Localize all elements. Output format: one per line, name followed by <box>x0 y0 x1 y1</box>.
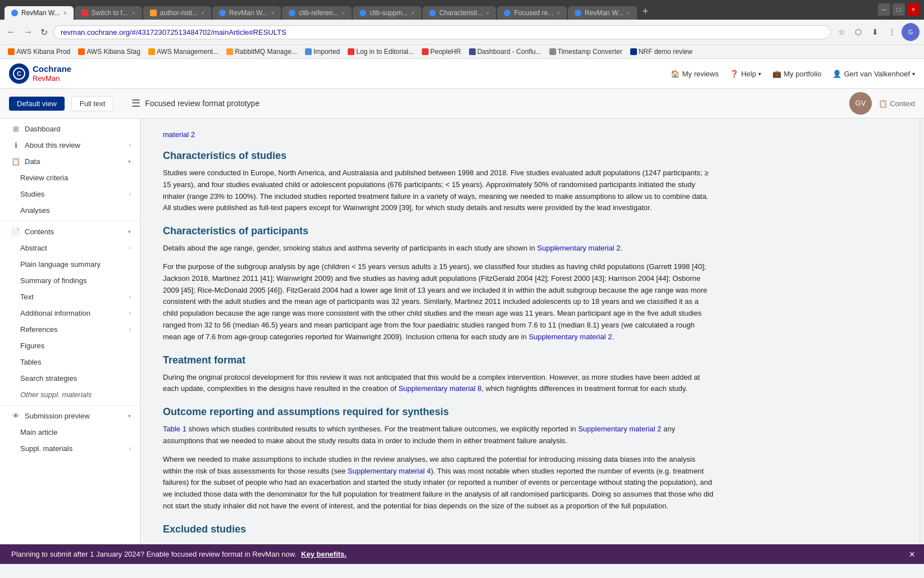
suppl-material-2-link-3[interactable]: Supplementary material 2 <box>578 425 661 433</box>
suppl-material-2-link-1[interactable]: Supplementary material 2 <box>537 244 620 252</box>
tab-close-3[interactable]: × <box>271 10 274 16</box>
sidebar-item-text[interactable]: Text ‹ <box>0 289 140 305</box>
reload-button[interactable]: ↻ <box>38 26 50 39</box>
settings-icon[interactable]: ⋮ <box>885 25 899 39</box>
sidebar-item-analyses[interactable]: Analyses <box>0 202 140 219</box>
bookmark-peoplehr[interactable]: PeopleHR <box>418 47 465 57</box>
browser-tab-5[interactable]: clib-suppm... × <box>353 6 421 20</box>
sidebar-item-abstract[interactable]: Abstract ‹ <box>0 240 140 256</box>
tab-close-0[interactable]: × <box>63 10 67 16</box>
browser-tab-1[interactable]: Switch to f... × <box>75 6 142 20</box>
bookmark-star-icon[interactable]: ☆ <box>834 25 849 39</box>
browser-tab-8[interactable]: RevMan W... × <box>568 6 637 20</box>
tab-close-4[interactable]: × <box>342 10 345 16</box>
browser-tab-6[interactable]: Characteristi... × <box>422 6 496 20</box>
browser-tab-0[interactable]: RevMan W... × <box>4 6 74 20</box>
chevron-submission-icon: ▾ <box>128 413 131 419</box>
sidebar-item-contents[interactable]: 📄 Contents ▾ <box>0 224 140 240</box>
suppl-material-2-link-2[interactable]: Supplementary material 2 <box>529 333 612 341</box>
browser-tab-7[interactable]: Focused re... × <box>497 6 567 20</box>
right-panel-handle <box>920 119 924 544</box>
content-area[interactable]: material 2 Characteristics of studies St… <box>140 119 920 544</box>
context-button[interactable]: 📋 Context <box>879 99 915 108</box>
heading-treatment-format: Treatment format <box>163 354 713 366</box>
tab-close-2[interactable]: × <box>201 10 204 16</box>
my-portfolio-link[interactable]: 💼 My portfolio <box>772 70 821 78</box>
key-benefits-link[interactable]: Key benefits. <box>301 550 347 558</box>
sidebar-item-review-criteria[interactable]: Review criteria <box>0 170 140 186</box>
browser-tab-4[interactable]: clib-referen... × <box>282 6 352 20</box>
browser-tab-2[interactable]: author-noti... × <box>143 6 211 20</box>
tab-close-8[interactable]: × <box>627 10 630 16</box>
new-tab-button[interactable]: + <box>638 3 653 20</box>
sidebar-item-suppl-materials[interactable]: Suppl. materials ‹ <box>0 440 140 457</box>
heading-excluded-studies: Excluded studies <box>163 524 713 535</box>
sidebar-item-plain-language[interactable]: Plain language summary <box>0 256 140 272</box>
browser-tab-3[interactable]: RevMan W... × <box>212 6 281 20</box>
sidebar-item-other-suppl[interactable]: Other suppl. materials <box>0 386 140 403</box>
tab-close-6[interactable]: × <box>486 10 489 16</box>
sidebar-item-main-article[interactable]: Main article <box>0 424 140 440</box>
minimize-button[interactable]: ─ <box>878 3 890 16</box>
banner-close-button[interactable]: × <box>909 548 915 560</box>
chevron-about-icon: ‹ <box>129 142 131 148</box>
review-title-bar: ☰ Focused review format prototype <box>120 97 843 110</box>
svg-text:GV: GV <box>855 99 866 107</box>
hamburger-icon[interactable]: ☰ <box>131 97 140 110</box>
suppl-material-8-link[interactable]: Supplementary material 8 <box>398 384 481 393</box>
sidebar-item-search-strategies[interactable]: Search strategies <box>0 370 140 386</box>
bookmark-timestamp[interactable]: Timestamp Converter <box>546 47 626 57</box>
tab-close-7[interactable]: × <box>557 10 560 16</box>
address-input[interactable] <box>53 25 831 39</box>
browser-header: RevMan W... × Switch to f... × author-no… <box>0 0 924 59</box>
bottom-banner: Planning to submit after 1 January 2024?… <box>0 544 924 564</box>
sidebar-item-studies[interactable]: Studies ‹ <box>0 186 140 202</box>
sidebar-item-data[interactable]: 📋 Data ▾ <box>0 153 140 170</box>
user-profile-pic[interactable]: GV <box>849 92 872 115</box>
paragraph-outcome-reporting-0: Table 1 shows which studies contributed … <box>163 424 713 447</box>
sidebar-item-about[interactable]: ℹ About this review ‹ <box>0 137 140 153</box>
bookmark-dashboard-confluent[interactable]: Dashboard - Conflu... <box>466 47 545 57</box>
sidebar-item-references[interactable]: References ‹ <box>0 321 140 338</box>
bookmark-aws-management[interactable]: AWS Management... <box>145 47 222 57</box>
close-button[interactable]: × <box>907 3 920 16</box>
bookmark-log-in-editorial[interactable]: Log in to Editorial... <box>344 47 417 57</box>
sidebar-item-dashboard[interactable]: ⊞ Dashboard <box>0 121 140 137</box>
sidebar-section-main: ⊞ Dashboard ℹ About this review ‹ 📋 Data… <box>0 119 140 459</box>
sidebar-item-additional-information[interactable]: Additional information ‹ <box>0 305 140 321</box>
top-right-icons: GV 📋 Context <box>849 92 915 115</box>
bookmark-aws-kibana-stag[interactable]: AWS Kibana Stag <box>75 47 144 57</box>
user-menu[interactable]: 👤 Gert van Valkenhoef ▾ <box>832 70 915 78</box>
table-1-link[interactable]: Table 1 <box>163 425 186 433</box>
maximize-button[interactable]: □ <box>893 3 905 16</box>
sidebar-item-summary-findings[interactable]: Summary of findings <box>0 272 140 289</box>
bookmark-imported[interactable]: Imported <box>302 47 343 57</box>
extensions-icon[interactable]: ⬡ <box>851 25 866 39</box>
eye-icon: 👁 <box>11 412 20 420</box>
help-link[interactable]: ❓ Help ▾ <box>730 70 761 78</box>
my-reviews-link[interactable]: 🏠 My reviews <box>671 70 718 78</box>
bookmark-aws-kibana-prod[interactable]: AWS Kibana Prod <box>4 47 74 57</box>
heading-outcome-reporting: Outcome reporting and assumptions requir… <box>163 406 713 418</box>
back-button[interactable]: ← <box>4 26 18 38</box>
sidebar-item-figures[interactable]: Figures <box>0 338 140 354</box>
sidebar: ⊞ Dashboard ℹ About this review ‹ 📋 Data… <box>0 119 140 544</box>
default-view-button[interactable]: Default view <box>9 97 65 111</box>
svg-text:C: C <box>17 70 21 77</box>
tab-close-5[interactable]: × <box>411 10 415 16</box>
bookmarks-bar: AWS Kibana Prod AWS Kibana Stag AWS Mana… <box>0 45 924 59</box>
bookmark-rabbitmq[interactable]: RabbitMQ Manage... <box>223 47 301 57</box>
sidebar-item-submission-preview[interactable]: 👁 Submission preview ▾ <box>0 408 140 424</box>
breadcrumb-link[interactable]: material 2 <box>163 130 195 139</box>
bookmark-nrf-demo[interactable]: NRF demo review <box>627 47 696 57</box>
paragraph-characteristics-participants-0: Details about the age range, gender, smo… <box>163 243 713 254</box>
data-icon: 📋 <box>11 157 20 166</box>
forward-button[interactable]: → <box>21 26 35 38</box>
sidebar-item-tables[interactable]: Tables <box>0 354 140 370</box>
full-text-view-button[interactable]: Full text <box>71 96 114 111</box>
logo-icon: C <box>9 63 29 84</box>
profile-avatar[interactable]: G <box>902 23 920 41</box>
suppl-material-4-link[interactable]: Supplementary material 4 <box>348 467 431 475</box>
download-icon[interactable]: ⬇ <box>868 25 882 39</box>
tab-close-1[interactable]: × <box>132 10 135 16</box>
